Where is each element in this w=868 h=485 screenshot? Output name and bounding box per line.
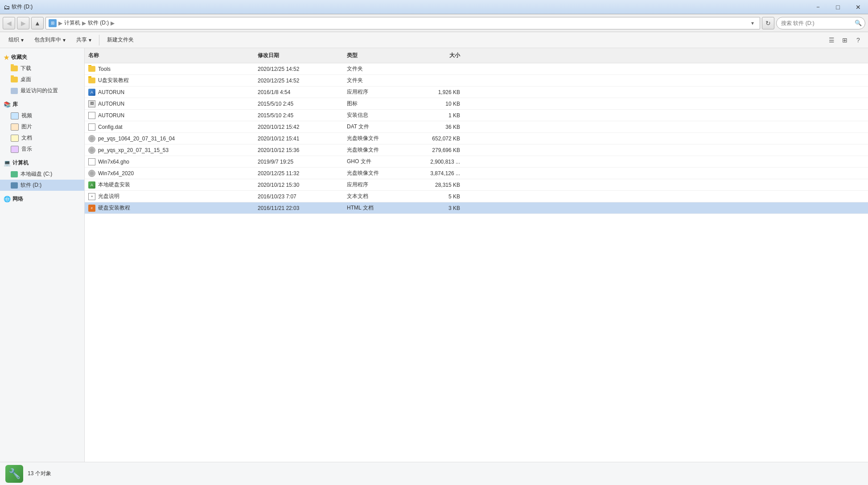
search-input[interactable]: [776, 17, 865, 29]
col-header-name[interactable]: 名称: [85, 50, 254, 61]
window-controls: － □ ✕: [808, 0, 868, 14]
sidebar-network-section: 🌐 网络: [0, 193, 84, 205]
img-icon: 🖼: [88, 100, 95, 107]
file-size: 279,696 KB: [410, 146, 464, 154]
new-folder-button[interactable]: 新建文件夹: [102, 34, 139, 46]
close-button[interactable]: ✕: [848, 0, 868, 14]
search-icon: 🔍: [855, 20, 862, 26]
dat-icon: [88, 112, 95, 119]
view-list-button[interactable]: ☰: [825, 34, 838, 46]
file-name-text: Config.dat: [98, 124, 123, 130]
up-button[interactable]: ▲: [31, 17, 44, 29]
sidebar-network-header[interactable]: 🌐 网络: [0, 193, 84, 205]
forward-button[interactable]: ▶: [17, 17, 29, 29]
sidebar-document-label: 文档: [21, 134, 32, 142]
gho-icon: [88, 158, 95, 165]
view-help-button[interactable]: ?: [852, 34, 864, 46]
sidebar-desktop-label: 桌面: [21, 76, 31, 83]
organize-arrow: ▾: [21, 37, 24, 43]
sidebar-item-recent[interactable]: 最近访问的位置: [0, 85, 84, 96]
iso-icon: [88, 135, 95, 142]
file-row[interactable]: U盘安装教程 2020/12/25 14:52 文件夹: [85, 75, 868, 86]
col-header-type[interactable]: 类型: [343, 50, 410, 61]
sidebar-item-drive-c[interactable]: 本地磁盘 (C:): [0, 169, 84, 180]
minimize-button[interactable]: －: [808, 0, 828, 14]
sidebar-music-label: 音乐: [21, 145, 32, 153]
view-details-button[interactable]: ⊞: [839, 34, 851, 46]
path-part-drive[interactable]: 软件 (D:): [88, 19, 109, 27]
file-date: 2015/5/10 2:45: [254, 111, 343, 119]
path-part-computer[interactable]: 计算机: [64, 19, 80, 27]
sidebar-item-drive-d[interactable]: 软件 (D:): [0, 180, 84, 191]
file-size: [410, 80, 464, 82]
folder-icon-desktop: [11, 77, 18, 82]
sidebar-item-music[interactable]: 音乐: [0, 144, 84, 155]
address-path[interactable]: ⊞ ▶ 计算机 ▶ 软件 (D:) ▶ ▾: [45, 17, 760, 29]
file-row[interactable]: Win7x64_2020 2020/12/25 11:32 光盘映像文件 3,8…: [85, 168, 868, 179]
file-row[interactable]: Config.dat 2020/10/12 15:42 DAT 文件 36 KB: [85, 121, 868, 133]
library-icon: 📚: [4, 101, 11, 108]
file-name-text: Tools: [98, 66, 111, 72]
sidebar-item-picture[interactable]: 图片: [0, 121, 84, 132]
file-date: 2016/10/23 7:07: [254, 193, 343, 201]
col-header-size[interactable]: 大小: [410, 50, 464, 61]
file-name-text: Win7x64_2020: [98, 170, 134, 177]
file-size: 10 KB: [410, 100, 464, 108]
file-name-text: U盘安装教程: [98, 77, 129, 84]
file-name: 🖼 AUTORUN: [85, 99, 254, 108]
file-row[interactable]: A AUTORUN 2016/1/8 4:54 应用程序 1,926 KB: [85, 86, 868, 98]
sidebar-recent-label: 最近访问的位置: [21, 87, 58, 95]
sidebar-item-document[interactable]: 文档: [0, 132, 84, 144]
col-header-date[interactable]: 修改日期: [254, 50, 343, 61]
file-size: 1 KB: [410, 111, 464, 119]
file-name: A AUTORUN: [85, 88, 254, 97]
path-sep1: ▶: [58, 20, 62, 26]
file-row[interactable]: pe_yqs_xp_20_07_31_15_53 2020/10/12 15:3…: [85, 144, 868, 156]
file-size: [410, 68, 464, 70]
file-row[interactable]: Tools 2020/12/25 14:52 文件夹: [85, 63, 868, 75]
file-size: 36 KB: [410, 123, 464, 131]
file-row[interactable]: 🖼 AUTORUN 2015/5/10 2:45 图标 10 KB: [85, 98, 868, 110]
maximize-button[interactable]: □: [828, 0, 848, 14]
file-type: 图标: [343, 99, 410, 108]
sidebar-video-label: 视频: [21, 112, 32, 119]
organize-button[interactable]: 组织 ▾: [4, 34, 29, 46]
refresh-button[interactable]: ↻: [762, 17, 774, 29]
address-bar: ◀ ▶ ▲ ⊞ ▶ 计算机 ▶ 软件 (D:) ▶ ▾ ↻ 🔍: [0, 14, 868, 32]
drive-d-icon: [11, 182, 18, 189]
file-type: 文件夹: [343, 64, 410, 74]
file-row[interactable]: A 本地硬盘安装 2020/10/12 15:30 应用程序 28,315 KB: [85, 179, 868, 191]
sidebar-download-label: 下载: [21, 65, 31, 72]
file-size: 5 KB: [410, 193, 464, 201]
sidebar-library-header[interactable]: 📚 库: [0, 99, 84, 110]
file-row[interactable]: AUTORUN 2015/5/10 2:45 安装信息 1 KB: [85, 110, 868, 121]
sidebar-item-desktop[interactable]: 桌面: [0, 74, 84, 85]
include-library-label: 包含到库中: [34, 36, 61, 44]
include-library-button[interactable]: 包含到库中 ▾: [29, 34, 70, 46]
folder-icon: [88, 66, 95, 72]
file-type: DAT 文件: [343, 122, 410, 132]
sidebar-favorites-header[interactable]: ★ 收藏夹: [0, 52, 84, 63]
sidebar-computer-header[interactable]: 💻 计算机: [0, 157, 84, 169]
file-date: 2016/1/8 4:54: [254, 88, 343, 96]
sidebar-item-video[interactable]: 视频: [0, 110, 84, 121]
computer-icon: 💻: [4, 160, 11, 166]
file-name: Win7x64_2020: [85, 169, 254, 178]
lib-icon-music: [11, 146, 19, 153]
file-row[interactable]: pe_yqs_1064_20_07_31_16_04 2020/10/12 15…: [85, 133, 868, 144]
file-size: 2,900,813 ...: [410, 158, 464, 166]
file-row[interactable]: e 硬盘安装教程 2016/11/21 22:03 HTML 文档 3 KB: [85, 202, 868, 214]
file-row[interactable]: ≡ 光盘说明 2016/10/23 7:07 文本文档 5 KB: [85, 191, 868, 202]
file-name: pe_yqs_xp_20_07_31_15_53: [85, 146, 254, 155]
path-dropdown-arrow[interactable]: ▾: [748, 19, 757, 28]
file-type: HTML 文档: [343, 203, 410, 213]
back-button[interactable]: ◀: [3, 17, 15, 29]
file-type: 应用程序: [343, 87, 410, 97]
share-button[interactable]: 共享 ▾: [71, 34, 96, 46]
file-row[interactable]: Win7x64.gho 2019/9/7 19:25 GHO 文件 2,900,…: [85, 156, 868, 168]
sidebar-item-download[interactable]: 下载: [0, 63, 84, 74]
window-icon: 🗂: [4, 4, 10, 11]
sidebar-computer-label: 计算机: [12, 159, 29, 167]
file-date: 2015/5/10 2:45: [254, 100, 343, 108]
file-date: 2019/9/7 19:25: [254, 158, 343, 166]
